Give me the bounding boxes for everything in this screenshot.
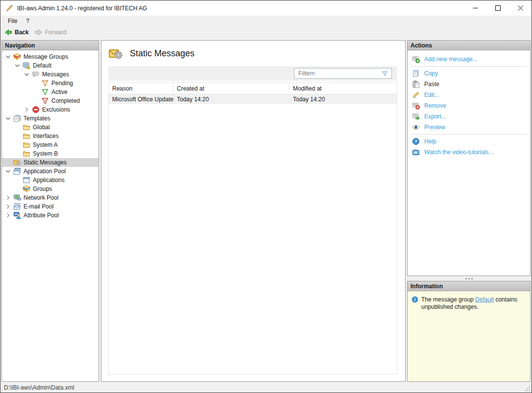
nav-item-interfaces[interactable]: Interfaces: [2, 132, 98, 140]
column-header-reason[interactable]: Reason: [109, 83, 173, 94]
chevron-down-icon[interactable]: [13, 62, 22, 69]
svg-text:?: ?: [414, 139, 417, 144]
cell-reason: Microsoft Office Update: [109, 96, 173, 103]
column-header-modified-at[interactable]: Modified at: [290, 83, 397, 94]
title-bar: IBI-aws Admin 1.24.0 - registered for IB…: [0, 0, 532, 16]
default-group-link[interactable]: Default: [475, 296, 494, 303]
back-arrow-icon: [4, 28, 12, 36]
toolbar: Back Forward: [0, 26, 532, 38]
nav-item-network-pool[interactable]: Network Pool: [2, 193, 98, 202]
forward-button[interactable]: Forward: [35, 28, 67, 36]
column-header-created-at[interactable]: Created at: [173, 83, 290, 94]
tree-item-label: Interfaces: [33, 133, 59, 139]
nav-item-system-b[interactable]: System B: [2, 149, 98, 158]
chevron-spacer: [32, 97, 40, 105]
copy-icon: [412, 69, 420, 77]
action-paste[interactable]: Paste: [408, 79, 530, 90]
chevron-down-icon[interactable]: [4, 115, 12, 122]
action-label: Preview: [424, 124, 445, 131]
monitor-warning-icon: [23, 62, 30, 69]
nav-item-message-groups[interactable]: Message Groups: [2, 52, 98, 61]
action-edit[interactable]: Edit...: [408, 90, 530, 100]
funnel-green-icon: [41, 88, 49, 96]
chevron-spacer: [4, 159, 12, 166]
page-title: Static Messages: [130, 48, 194, 59]
network-icon: [13, 194, 21, 202]
edit-icon: [412, 91, 420, 99]
action-add-new-message[interactable]: Add new message...: [408, 54, 530, 65]
tree-item-label: Completed: [51, 97, 80, 104]
action-preview[interactable]: Preview: [408, 122, 530, 133]
nav-item-completed[interactable]: Completed: [2, 96, 98, 105]
nav-item-static-messages[interactable]: Static Messages: [2, 158, 98, 167]
info-icon: [411, 296, 418, 303]
chevron-down-icon[interactable]: [4, 167, 12, 175]
email-icon: [13, 203, 21, 210]
chevron-spacer: [32, 79, 40, 87]
tree-item-label: Applications: [33, 177, 65, 184]
nav-item-exclusions[interactable]: Exclusions: [2, 105, 98, 114]
action-export[interactable]: Export...: [408, 111, 530, 122]
nav-item-global[interactable]: Global: [2, 123, 98, 132]
filter-input[interactable]: [294, 70, 381, 77]
menu-[interactable]: ?: [22, 17, 34, 25]
preview-icon: [412, 123, 420, 131]
tree-item-label: Static Messages: [24, 159, 67, 166]
actions-separator: [411, 134, 527, 135]
tree-item-label: Default: [33, 62, 51, 69]
tree-item-label: Message Groups: [24, 53, 68, 60]
panel-splitter[interactable]: [407, 276, 531, 281]
message-groups-icon: [13, 53, 21, 61]
nav-item-application-pool[interactable]: Application Pool: [2, 167, 98, 176]
resize-grip-icon[interactable]: [524, 385, 531, 392]
chevron-right-icon[interactable]: [4, 211, 12, 219]
static-messages-icon: [13, 159, 21, 166]
nav-item-e-mail-pool[interactable]: E-mail Pool: [2, 202, 98, 211]
back-button[interactable]: Back: [4, 28, 29, 36]
information-header: Information: [408, 281, 530, 291]
cell-modified-at: Today 14:20: [290, 96, 397, 103]
action-remove[interactable]: Remove: [408, 100, 530, 111]
page-header: Static Messages: [101, 41, 405, 66]
maximize-button[interactable]: [486, 0, 509, 16]
nav-item-applications[interactable]: Applications: [2, 176, 98, 185]
nav-item-groups[interactable]: Groups: [2, 185, 98, 193]
nav-item-active[interactable]: Active: [2, 88, 98, 96]
chevron-down-icon[interactable]: [4, 53, 12, 61]
chevron-right-icon[interactable]: [4, 203, 12, 210]
speech-bubbles-icon: [32, 70, 40, 78]
action-watch-the-video-tutorials[interactable]: Watch the video-tutorials...: [408, 147, 530, 158]
action-label: Paste: [424, 81, 439, 88]
menu-file[interactable]: File: [3, 17, 22, 25]
nav-item-pending[interactable]: Pending: [2, 79, 98, 88]
filter-toolbar: [108, 66, 397, 81]
minimize-button[interactable]: [464, 0, 486, 16]
tree-item-label: E-mail Pool: [24, 203, 53, 210]
groups-icon: [23, 185, 30, 193]
nav-item-templates[interactable]: Templates: [2, 114, 98, 123]
navigation-header: Navigation: [2, 41, 98, 50]
tree-item-label: Global: [33, 124, 50, 131]
main-content: Reason Created at Modified at Microsoft …: [108, 66, 397, 374]
nav-item-messages[interactable]: Messages: [2, 70, 98, 79]
nav-item-system-a[interactable]: System A: [2, 140, 98, 149]
app-window-icon: [23, 176, 30, 184]
menu-item-label: ?: [26, 18, 29, 24]
chevron-down-icon[interactable]: [23, 70, 31, 78]
tree-item-label: Application Pool: [24, 168, 66, 175]
tree-item-label: System A: [33, 141, 58, 148]
close-button[interactable]: [509, 0, 532, 16]
nav-item-default[interactable]: Default: [2, 61, 98, 70]
chevron-spacer: [13, 132, 22, 140]
chevron-right-icon[interactable]: [23, 106, 31, 114]
nav-item-attribute-pool[interactable]: Attribute Pool: [2, 211, 98, 220]
chevron-right-icon[interactable]: [4, 194, 12, 202]
action-copy[interactable]: Copy: [408, 68, 530, 79]
tree-item-label: Templates: [24, 115, 50, 122]
table-row[interactable]: Microsoft Office Update Today 14:20 Toda…: [109, 94, 397, 104]
status-bar: D:\IBI-aws\Admin\Data.xml: [0, 382, 532, 393]
navigation-tree: Message Groups Default Messages: [2, 50, 98, 381]
filter-funnel-icon[interactable]: [381, 70, 388, 77]
action-help[interactable]: ? Help: [408, 136, 530, 147]
tree-item-label: System B: [33, 150, 58, 157]
